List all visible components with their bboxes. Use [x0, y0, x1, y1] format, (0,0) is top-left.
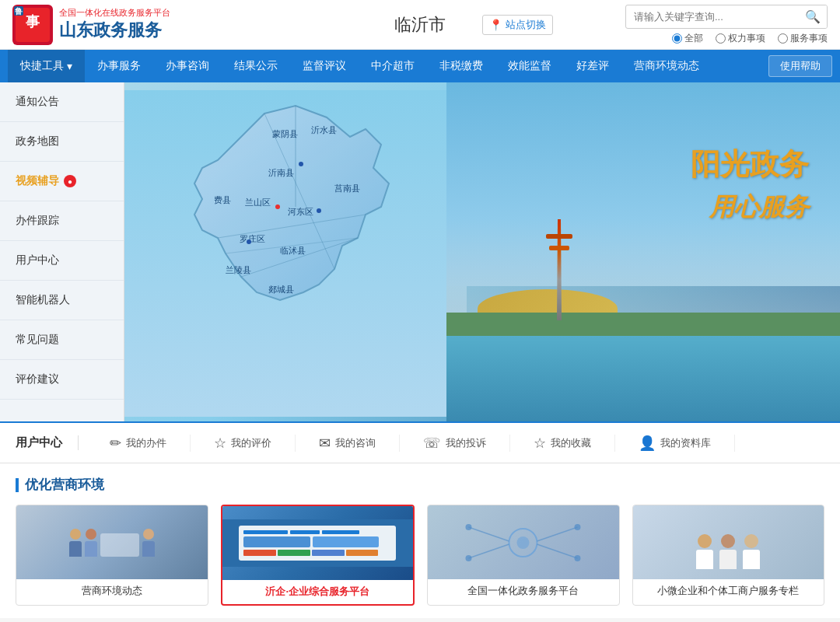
service-person-3 [743, 534, 760, 569]
biz-card-0[interactable]: 营商环境动态 [16, 505, 208, 606]
svg-point-35 [575, 524, 581, 530]
svg-text:河东区: 河东区 [288, 207, 313, 216]
svg-text:兰陵县: 兰陵县 [226, 265, 251, 274]
nav-item-0[interactable]: 办事服务 [85, 50, 153, 82]
sidebar-item-map[interactable]: 政务地图 [0, 122, 124, 162]
svg-text:兰山区: 兰山区 [245, 197, 271, 207]
user-center-bar: 用户中心 ✏ 我的办件 ☆ 我的评价 ✉ 我的咨询 ☏ 我的投诉 ☆ 我的收藏 … [0, 421, 840, 463]
search-area: 🔍 全部 权力事项 服务事项 [625, 5, 828, 45]
search-option-service[interactable]: 服务事项 [778, 32, 828, 45]
quick-tools-label: 快捷工具 [20, 59, 64, 73]
navbar: 快捷工具 ▾ 办事服务 办事咨询 结果公示 监督评议 中介超市 非税缴费 效能监… [0, 50, 840, 82]
nav-quick-tools[interactable]: 快捷工具 ▾ [8, 50, 85, 82]
svg-text:鲁: 鲁 [15, 7, 23, 16]
user-center-item-3[interactable]: ☏ 我的投诉 [400, 435, 510, 452]
sidebar-item-robot[interactable]: 智能机器人 [0, 281, 124, 320]
user-center-item-5[interactable]: 👤 我的资料库 [615, 435, 735, 452]
sidebar-item-feedback[interactable]: 评价建议 [0, 360, 124, 400]
svg-point-36 [575, 555, 581, 561]
banner-cityscape [446, 82, 840, 421]
phone-icon: ☏ [423, 435, 441, 452]
svg-point-28 [517, 536, 530, 549]
nav-item-3[interactable]: 监督评议 [290, 50, 359, 82]
biz-card-3[interactable]: 小微企业和个体工商户服务专栏 [632, 505, 825, 606]
biz-card-2[interactable]: 全国一体化政务服务平台 [427, 505, 620, 606]
sidebar-item-notice[interactable]: 通知公告 [0, 82, 124, 122]
user-center-label: 用户中心 [16, 435, 79, 450]
biz-card-0-bg [16, 505, 208, 579]
nav-item-4[interactable]: 中介超市 [359, 50, 427, 82]
svg-point-23 [275, 204, 280, 209]
city-title: 临沂市 [394, 13, 446, 37]
svg-point-24 [299, 162, 303, 166]
banner-text-1: 阳光政务 [691, 145, 809, 184]
biz-card-2-bg [428, 505, 619, 579]
uc-label-4: 我的收藏 [551, 436, 591, 450]
business-cards: 营商环境动态 [16, 505, 824, 606]
logo-icon: 事 鲁 [12, 5, 53, 45]
svg-text:郯城县: 郯城县 [268, 285, 294, 294]
chevron-down-icon: ▾ [67, 60, 72, 72]
user-center-item-2[interactable]: ✉ 我的咨询 [296, 435, 400, 452]
sidebar-item-video[interactable]: 视频辅导 ● [0, 162, 124, 201]
bookmark-icon: ☆ [534, 435, 546, 452]
header: 事 鲁 全国一体化在线政务服务平台 山东政务服务 临沂市 📍 站点切换 🔍 全部… [0, 0, 840, 50]
user-center-item-4[interactable]: ☆ 我的收藏 [510, 435, 615, 452]
user-center-item-1[interactable]: ☆ 我的评价 [191, 435, 296, 452]
sidebar-item-user[interactable]: 用户中心 [0, 241, 124, 281]
business-section: 优化营商环境 [0, 463, 840, 618]
user-center-item-0[interactable]: ✏ 我的办件 [86, 435, 191, 452]
table-object [100, 533, 139, 557]
svg-point-33 [466, 524, 472, 530]
nav-item-2[interactable]: 结果公示 [222, 50, 290, 82]
svg-text:莒南县: 莒南县 [334, 183, 360, 193]
search-button[interactable]: 🔍 [799, 5, 827, 28]
video-badge: ● [64, 175, 76, 187]
biz-card-3-label: 小微企业和个体工商户服务专栏 [633, 579, 824, 603]
card1-people [61, 521, 163, 564]
section-title: 优化营商环境 [16, 476, 824, 494]
logo-area: 事 鲁 全国一体化在线政务服务平台 山东政务服务 [12, 5, 184, 45]
svg-line-30 [469, 544, 509, 558]
banner-text: 阳光政务 用心服务 [691, 145, 809, 225]
biz-card-1[interactable]: 沂企·企业综合服务平台 [221, 505, 415, 606]
svg-text:临沭县: 临沭县 [280, 246, 306, 255]
svg-text:事: 事 [26, 14, 40, 30]
search-option-power[interactable]: 权力事项 [716, 32, 765, 45]
main-area: 通知公告 政务地图 视频辅导 ● 办件跟踪 用户中心 智能机器人 常见问题 评价… [0, 82, 840, 421]
biz-card-3-bg [633, 505, 824, 579]
nav-item-5[interactable]: 非税缴费 [427, 50, 495, 82]
svg-text:蒙阴县: 蒙阴县 [272, 129, 298, 138]
logo-text-area: 全国一体化在线政务服务平台 山东政务服务 [59, 7, 170, 42]
nav-item-6[interactable]: 效能监督 [495, 50, 564, 82]
biz-card-0-label: 营商环境动态 [16, 579, 208, 603]
nav-help-button[interactable]: 使用帮助 [768, 55, 832, 77]
svg-line-29 [469, 527, 509, 541]
svg-line-32 [537, 544, 578, 558]
map-svg: 蒙阴县 沂水县 沂南县 费县 兰山区 河东区 莒南县 罗庄区 临沭县 兰陵县 郯… [124, 90, 467, 417]
edit-icon: ✏ [110, 435, 121, 452]
star-icon: ☆ [214, 435, 226, 452]
sidebar-item-faq[interactable]: 常见问题 [0, 320, 124, 360]
service-person-2 [719, 534, 737, 569]
station-switch-label: 站点切换 [506, 18, 546, 32]
service-person-1 [696, 534, 713, 569]
search-input[interactable] [626, 7, 799, 26]
nav-item-1[interactable]: 办事咨询 [153, 50, 222, 82]
sidebar: 通知公告 政务地图 视频辅导 ● 办件跟踪 用户中心 智能机器人 常见问题 评价… [0, 82, 124, 421]
uc-label-0: 我的办件 [126, 436, 166, 450]
logo-title: 山东政务服务 [59, 19, 170, 42]
station-switch-button[interactable]: 📍 站点切换 [482, 15, 553, 35]
sidebar-item-track[interactable]: 办件跟踪 [0, 201, 124, 241]
biz-card-1-bg [222, 506, 414, 580]
search-option-all[interactable]: 全部 [672, 32, 703, 45]
user-icon: 👤 [639, 435, 656, 452]
biz-card-1-label: 沂企·企业综合服务平台 [222, 580, 414, 603]
location-icon: 📍 [489, 19, 502, 31]
svg-point-25 [247, 239, 251, 244]
nav-item-7[interactable]: 好差评 [564, 50, 621, 82]
svg-line-31 [537, 527, 578, 541]
banner-text-2: 用心服务 [691, 190, 809, 225]
nav-item-8[interactable]: 营商环境动态 [621, 50, 712, 82]
card3-tech [428, 505, 619, 579]
